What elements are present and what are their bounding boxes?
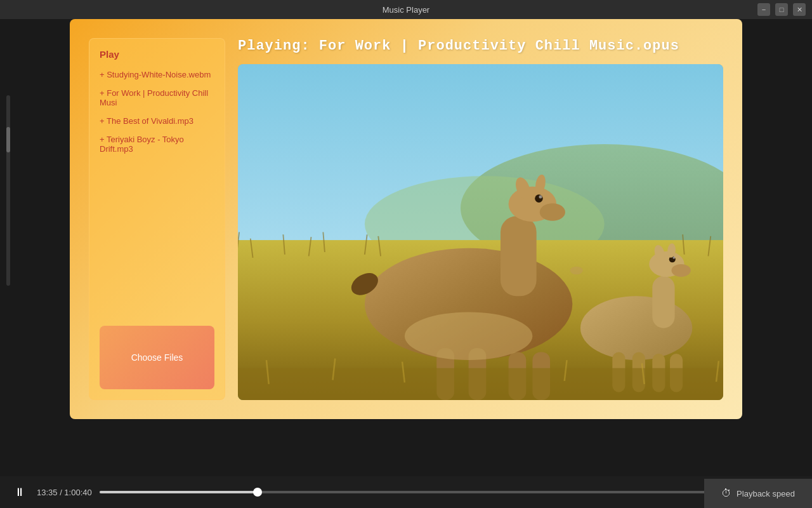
title-bar: Music Player − □ ✕ — [0, 0, 812, 19]
time-display: 13:35 / 1:00:40 — [37, 488, 92, 497]
progress-container — [100, 491, 802, 493]
svg-point-20 — [539, 196, 542, 199]
album-art-image — [238, 64, 723, 400]
svg-rect-30 — [652, 276, 674, 328]
progress-thumb[interactable] — [253, 488, 262, 497]
window-controls: − □ ✕ — [757, 3, 806, 16]
playback-speed-label: Playback speed — [737, 489, 795, 498]
svg-point-19 — [535, 194, 543, 203]
choose-files-button[interactable]: Choose Files — [100, 326, 214, 389]
svg-point-41 — [570, 267, 583, 275]
play-pause-button[interactable]: ⏸ — [10, 486, 29, 499]
progress-fill — [100, 491, 258, 493]
left-scrollbar[interactable] — [6, 95, 10, 286]
sidebar: Play + Studying-White-Noise.webm + For W… — [89, 38, 225, 400]
controls-bar: ⏸ 13:35 / 1:00:40 ⏱ Playback speed — [0, 476, 812, 508]
playlist-item-3[interactable]: + The Best of Vivaldi.mp3 — [100, 116, 214, 126]
svg-point-32 — [672, 264, 691, 277]
pause-icon: ⏸ — [14, 486, 25, 499]
play-label: Play — [100, 49, 214, 60]
playlist-item-2[interactable]: + For Work | Productivity Chill Musi — [100, 88, 214, 107]
sidebar-top: Play + Studying-White-Noise.webm + For W… — [100, 49, 214, 154]
svg-point-18 — [540, 203, 565, 221]
app-area: Play + Studying-White-Noise.webm + For W… — [70, 19, 742, 419]
album-art — [238, 64, 723, 400]
window-title: Music Player — [383, 5, 429, 15]
main-content: Playing: For Work | Productivity Chill M… — [238, 38, 723, 400]
scrollbar-thumb[interactable] — [6, 127, 10, 152]
svg-rect-42 — [238, 368, 723, 400]
svg-point-29 — [580, 296, 692, 360]
playlist: + Studying-White-Noise.webm + For Work |… — [100, 70, 214, 154]
svg-rect-16 — [501, 216, 537, 296]
gauge-icon: ⏱ — [721, 488, 731, 499]
playlist-item-1[interactable]: + Studying-White-Noise.webm — [100, 70, 214, 79]
progress-track[interactable] — [100, 491, 802, 493]
svg-point-28 — [405, 312, 533, 360]
now-playing-title: Playing: For Work | Productivity Chill M… — [238, 38, 723, 54]
svg-point-34 — [672, 257, 675, 259]
minimize-button[interactable]: − — [757, 3, 770, 16]
playlist-item-4[interactable]: + Teriyaki Boyz - Tokyo Drift.mp3 — [100, 135, 214, 154]
close-button[interactable]: ✕ — [793, 3, 806, 16]
playback-speed-box[interactable]: ⏱ Playback speed — [704, 479, 812, 508]
maximize-button[interactable]: □ — [775, 3, 788, 16]
